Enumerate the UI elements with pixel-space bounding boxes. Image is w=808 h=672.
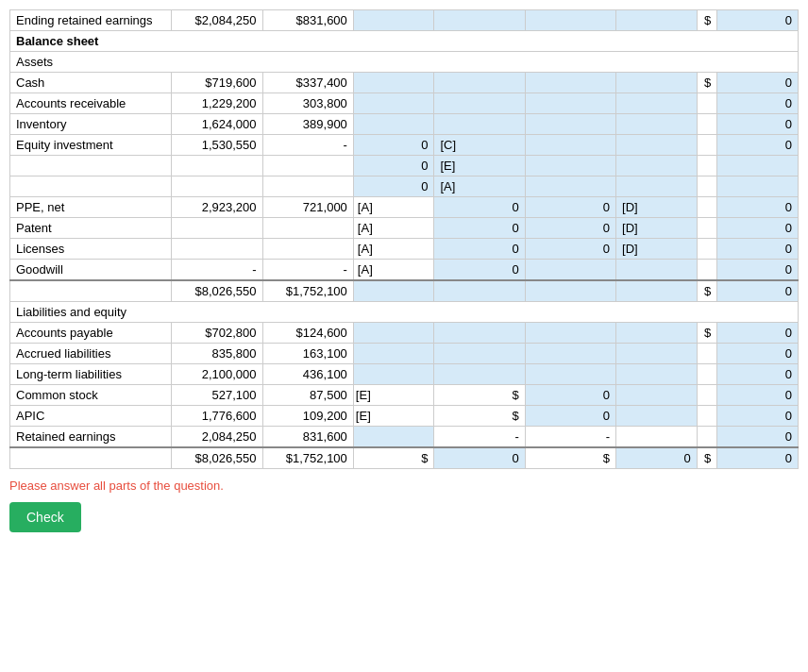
total-assets-row: $8,026,550 $1,752,100 $ 0 [10,280,799,302]
ar-tag2 [616,93,698,114]
total-le-dollar3: $ [353,447,434,469]
ending-input1[interactable] [353,10,434,31]
apic-input3[interactable]: 0 [717,406,799,427]
ending-input2[interactable] [525,10,615,31]
patent-input1[interactable]: 0 [434,218,525,239]
cash-input2[interactable] [525,73,615,93]
re-tag4 [616,427,698,448]
check-button[interactable]: Check [9,502,81,532]
licenses-input3[interactable]: 0 [717,239,799,260]
licenses-input2[interactable]: 0 [525,239,615,260]
equity-input-end2[interactable] [525,156,615,176]
inventory-input3[interactable]: 0 [717,114,799,135]
equity-tag-end [616,135,698,156]
re-input3[interactable]: 0 [717,427,799,448]
accrued-liabilities-row: Accrued liabilities 835,800 163,100 0 [10,344,799,364]
re-col2: 831,600 [262,427,353,448]
re-label: Retained earnings [10,427,172,448]
equity-inputC[interactable]: 0 [353,135,434,156]
total-le-input1[interactable]: 0 [434,447,525,469]
ending-tag2 [616,10,698,31]
accounts-receivable-row: Accounts receivable 1,229,200 303,800 0 [10,93,799,114]
equity-inputA[interactable]: 0 [353,176,434,197]
goodwill-input3[interactable]: 0 [717,260,799,281]
al-col1: 835,800 [172,344,262,364]
ppe-input2[interactable]: 0 [525,197,615,218]
ap-input3[interactable]: 0 [717,323,799,344]
al-input1[interactable] [353,344,434,364]
apic-dollar3: $ [434,406,525,427]
ar-input3[interactable]: 0 [717,93,799,114]
apic-dollar5 [697,406,717,427]
ltl-input2[interactable] [525,364,615,385]
equity-input3[interactable]: 0 [717,135,799,156]
inventory-dollar5 [697,114,717,135]
cash-input1[interactable] [353,73,434,93]
ltl-input1[interactable] [353,364,434,385]
inventory-input2[interactable] [525,114,615,135]
cs-label: Common stock [10,385,172,406]
equity-input3c[interactable] [717,176,799,197]
inventory-row: Inventory 1,624,000 389,900 0 [10,114,799,135]
total-le-input2[interactable]: 0 [616,447,698,469]
cs-input2[interactable] [616,385,698,406]
cash-row: Cash $719,600 $337,400 $ 0 [10,73,799,93]
total-assets-input2[interactable] [525,280,615,302]
goodwill-input1[interactable]: 0 [434,260,525,281]
ppe-label: PPE, net [10,197,172,218]
equity-row2: 0 [E] [10,156,799,176]
equity-inputE[interactable]: 0 [353,156,434,176]
equity-empty4 [10,176,172,197]
apic-input2[interactable] [616,406,698,427]
cs-input1[interactable]: 0 [525,385,615,406]
cs-input3[interactable]: 0 [717,385,799,406]
ap-input1[interactable] [353,323,434,344]
patent-label: Patent [10,218,172,239]
equity-tagE: [E] [434,156,525,176]
patent-input3[interactable]: 0 [717,218,799,239]
al-input2[interactable] [525,344,615,364]
total-assets-input3[interactable]: 0 [717,280,799,302]
ltl-input3[interactable]: 0 [717,364,799,385]
patent-tag4: [D] [616,218,698,239]
goodwill-input2[interactable] [525,260,615,281]
cash-input3[interactable]: 0 [717,73,799,93]
inventory-tag2 [616,114,698,135]
equity-label: Equity investment [10,135,172,156]
ap-input2[interactable] [525,323,615,344]
licenses-input1[interactable]: 0 [434,239,525,260]
apic-input1[interactable]: 0 [525,406,615,427]
total-assets-label [10,280,172,302]
ending-col1: $2,084,250 [172,10,262,31]
patent-input2[interactable]: 0 [525,218,615,239]
ltl-col2: 436,100 [262,364,353,385]
total-assets-tag2 [616,280,698,302]
equity-empty2 [172,156,262,176]
equity-input-end[interactable] [525,135,615,156]
ltl-dollar5 [697,364,717,385]
ppe-input3[interactable]: 0 [717,197,799,218]
equity-empty1 [10,156,172,176]
ar-input1[interactable] [353,93,434,114]
total-le-input3[interactable]: 0 [717,447,799,469]
re-input1[interactable] [353,427,434,448]
inventory-input1[interactable] [353,114,434,135]
ending-input3[interactable]: 0 [717,10,799,31]
ltl-tag1 [434,364,525,385]
apic-tag2: [E] [353,406,434,427]
equity-row1: Equity investment 1,530,550 - 0 [C] 0 [10,135,799,156]
equity-col2: - [262,135,353,156]
equity-input-end3[interactable] [525,176,615,197]
licenses-col2 [262,239,353,260]
total-assets-input1[interactable] [353,280,434,302]
inventory-col1: 1,624,000 [172,114,262,135]
equity-input3b[interactable] [717,156,799,176]
patent-col2 [262,218,353,239]
cs-dollar5 [697,385,717,406]
ppe-input1[interactable]: 0 [434,197,525,218]
al-input3[interactable]: 0 [717,344,799,364]
ppe-col1: 2,923,200 [172,197,262,218]
ending-col2: $831,600 [262,10,353,31]
ar-input2[interactable] [525,93,615,114]
ap-tag1 [434,323,525,344]
